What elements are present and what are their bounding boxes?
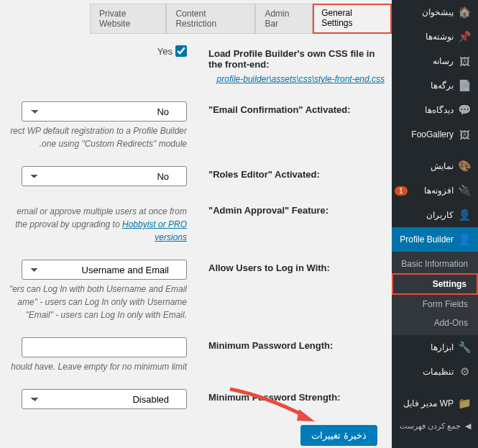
- sidebar-item-tools[interactable]: 🔧ابزارها: [392, 335, 478, 360]
- admin-sidebar: 🏠پیشخوان 📌نوشته‌ها 🖼رسانه 📄برگه‌ها 💬دیدگ…: [392, 0, 478, 448]
- tab-private-website[interactable]: Private Website: [90, 4, 166, 34]
- css-path-link[interactable]: profile-builder\assets\css\style-front-e…: [0, 74, 392, 90]
- help-minlen: hould have. Leave empty for no minimum l…: [7, 360, 187, 373]
- row-min-length: Minimum Password Length: hould have. Lea…: [0, 333, 392, 378]
- gallery-icon: 🖼: [458, 128, 471, 141]
- wrench-icon: 🔧: [458, 341, 471, 354]
- submenu-basic-info[interactable]: Basic Information: [392, 255, 478, 273]
- sidebar-label: دیدگاه‌ها: [425, 105, 454, 115]
- sidebar-label: افزونه‌ها: [424, 186, 454, 196]
- label-login: Allow Users to Log in With:: [208, 260, 377, 273]
- tab-admin-bar[interactable]: Admin Bar: [255, 4, 313, 34]
- select-login[interactable]: Username and Email: [22, 260, 187, 280]
- sidebar-item-dashboard[interactable]: 🏠پیشخوان: [392, 0, 478, 24]
- upgrade-link[interactable]: Hobbyist or PRO versions: [122, 219, 187, 242]
- row-strength: Minimum Password Strength: Disabled: [0, 385, 392, 413]
- page-icon: 📄: [458, 79, 471, 92]
- collapse-menu[interactable]: ◀جمع کردن فهرست: [392, 416, 478, 436]
- collapse-label: جمع کردن فهرست: [400, 421, 461, 431]
- label-minlen: Minimum Password Length:: [208, 337, 377, 351]
- dashboard-icon: 🏠: [458, 6, 471, 19]
- sidebar-item-pages[interactable]: 📄برگه‌ها: [392, 73, 478, 98]
- sidebar-label: تنظیمات: [423, 367, 454, 377]
- update-badge: 1: [395, 186, 408, 196]
- select-email-conf[interactable]: No: [22, 101, 187, 122]
- sidebar-item-profile-builder[interactable]: 👤Profile Builder: [392, 227, 478, 252]
- help-email-conf: rect WP default registration to a Profil…: [7, 124, 187, 150]
- settings-tabs: Private Website Content Restriction Admi…: [0, 4, 392, 34]
- plugin-icon: 🔌: [458, 184, 471, 197]
- help-approval: email or approve multiple users at once …: [7, 205, 187, 244]
- row-email-confirmation: "Email Confirmation" Activated: No rect …: [0, 97, 392, 155]
- brush-icon: 🎨: [458, 160, 471, 173]
- sidebar-item-foogallery[interactable]: 🖼FooGallery: [392, 122, 478, 147]
- sidebar-label: FooGallery: [411, 129, 454, 140]
- label-email-conf: "Email Confirmation" Activated:: [208, 101, 377, 115]
- sidebar-item-comments[interactable]: 💬دیدگاه‌ها: [392, 98, 478, 122]
- folder-icon: 📁: [458, 397, 471, 410]
- sidebar-label: برگه‌ها: [431, 81, 454, 91]
- label-css: Load Profile Builder's own CSS file in t…: [208, 45, 377, 70]
- select-strength[interactable]: Disabled: [22, 389, 187, 409]
- input-minlen[interactable]: [22, 337, 187, 357]
- profile-icon: 👤: [458, 233, 471, 246]
- submenu-settings[interactable]: Settings: [392, 273, 478, 295]
- submenu-form-fields[interactable]: Form Fields: [392, 295, 478, 314]
- sidebar-item-users[interactable]: 👤کاربران: [392, 203, 478, 227]
- comment-icon: 💬: [458, 104, 471, 116]
- css-checkbox[interactable]: [175, 45, 187, 57]
- sidebar-label: رسانه: [433, 56, 454, 66]
- label-approval: "Admin Approval" Feature:: [208, 202, 377, 216]
- sidebar-label: WP مدیر فایل: [403, 398, 454, 408]
- sidebar-item-posts[interactable]: 📌نوشته‌ها: [392, 24, 478, 49]
- collapse-icon: ◀: [465, 421, 471, 431]
- select-roles[interactable]: No: [22, 166, 187, 186]
- sidebar-item-settings[interactable]: ⚙تنظیمات: [392, 360, 478, 384]
- sidebar-label: نمایش: [431, 161, 454, 171]
- tab-content-restriction[interactable]: Content Restriction: [166, 4, 255, 34]
- sidebar-label: Profile Builder: [400, 234, 454, 244]
- row-admin-approval: "Admin Approval" Feature: email or appro…: [0, 198, 392, 248]
- sidebar-item-file-manager[interactable]: 📁WP مدیر فایل: [392, 391, 478, 416]
- sidebar-label: نوشته‌ها: [426, 32, 454, 42]
- sidebar-label: ابزارها: [431, 342, 454, 352]
- pin-icon: 📌: [458, 30, 471, 43]
- sidebar-item-plugins[interactable]: 🔌افزونه‌ها1: [392, 178, 478, 203]
- row-roles-editor: "Roles Editor" Activated: No: [0, 162, 392, 191]
- sidebar-label: پیشخوان: [422, 7, 454, 17]
- user-icon: 👤: [458, 209, 471, 221]
- save-button[interactable]: ذخیرهٔ تغییرات: [300, 425, 377, 446]
- submenu-profile-builder: Basic Information Settings Form Fields A…: [392, 252, 478, 335]
- submenu-addons[interactable]: Add-Ons: [392, 314, 478, 332]
- sidebar-label: کاربران: [426, 210, 454, 220]
- sidebar-item-appearance[interactable]: 🎨نمایش: [392, 154, 478, 178]
- row-login-with: Allow Users to Log in With: Username and…: [0, 255, 392, 326]
- row-css: Load Profile Builder's own CSS file in t…: [0, 41, 392, 74]
- label-roles: "Roles Editor" Activated:: [208, 166, 377, 180]
- help-login: "ers can Log In with both Username and E…: [7, 283, 187, 321]
- tab-general-settings[interactable]: General Settings: [313, 4, 392, 34]
- gear-icon: ⚙: [458, 365, 471, 378]
- yes-label: Yes: [157, 46, 173, 57]
- media-icon: 🖼: [458, 55, 471, 68]
- content-area: Private Website Content Restriction Admi…: [0, 0, 392, 448]
- sidebar-item-media[interactable]: 🖼رسانه: [392, 49, 478, 73]
- label-strength: Minimum Password Strength:: [208, 389, 377, 403]
